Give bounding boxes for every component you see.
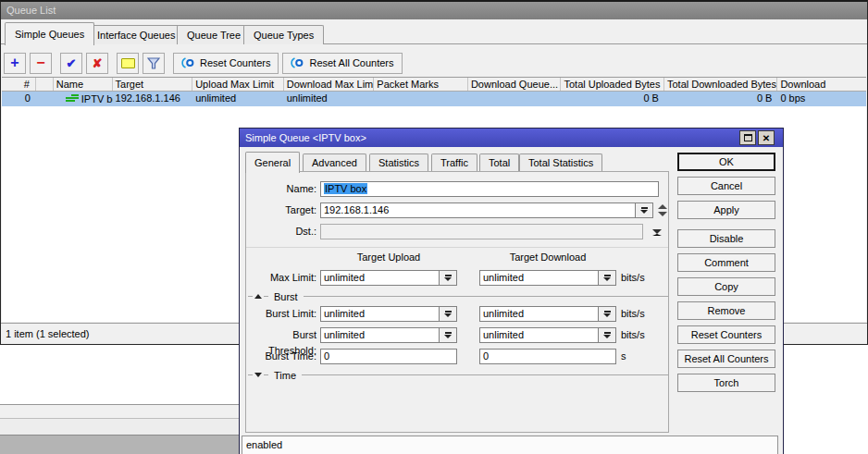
cell-upload-max: unlimited: [192, 92, 284, 106]
expand-arrow-icon: [254, 373, 262, 377]
comment-button[interactable]: [117, 53, 139, 74]
tab-queue-types[interactable]: Queue Types: [243, 25, 324, 44]
column-header-flags[interactable]: [36, 78, 54, 91]
burst-threshold-download-dropdown[interactable]: [598, 327, 616, 343]
section-line: [304, 296, 668, 297]
reset-icon: [181, 57, 195, 68]
dropdown-arrow-icon: [603, 277, 611, 281]
max-limit-download-field[interactable]: unlimited: [479, 270, 599, 286]
max-limit-unit: bits/s: [621, 270, 645, 286]
burst-threshold-unit: bits/s: [621, 327, 645, 343]
burst-limit-download-value: unlimited: [483, 308, 524, 319]
target-add-remove-button[interactable]: [656, 202, 669, 218]
tab-total[interactable]: Total: [479, 153, 519, 172]
max-limit-download-value: unlimited: [483, 272, 524, 283]
close-button[interactable]: ✕: [758, 130, 775, 145]
burst-limit-upload-dropdown[interactable]: [439, 306, 457, 322]
dst-dropdown-arrow[interactable]: [652, 229, 662, 236]
dialog-status-bar: enabled: [242, 436, 778, 454]
remove-button[interactable]: Remove: [677, 301, 775, 320]
column-header-total-uploaded[interactable]: Total Uploaded Bytes: [561, 78, 664, 91]
column-header-upload-max[interactable]: Upload Max Limit: [192, 78, 284, 91]
dropdown-icon: [604, 311, 611, 313]
burst-threshold-row: Burst Threshold: unlimited unlimited bit…: [240, 327, 669, 343]
burst-limit-download-field[interactable]: unlimited: [479, 306, 599, 322]
dropdown-icon: [445, 332, 452, 334]
ok-button[interactable]: OK: [677, 153, 775, 171]
remove-button[interactable]: −: [30, 53, 52, 74]
dropdown-icon: [604, 332, 611, 334]
burst-threshold-upload-value: unlimited: [324, 329, 365, 340]
dropdown-arrow-icon: [603, 335, 611, 338]
tab-queue-tree[interactable]: Queue Tree: [177, 25, 251, 44]
burst-time-upload-field[interactable]: 0: [320, 349, 457, 364]
enable-button[interactable]: ✔: [60, 53, 82, 74]
tab-statistics[interactable]: Statistics: [369, 153, 428, 172]
cross-icon: ✘: [93, 56, 103, 70]
max-limit-upload-dropdown[interactable]: [439, 270, 457, 286]
burst-limit-download-dropdown[interactable]: [598, 306, 616, 322]
burst-section-toggle[interactable]: Burst: [246, 291, 668, 301]
burst-threshold-upload-dropdown[interactable]: [439, 327, 457, 343]
column-header-total-downloaded[interactable]: Total Downloaded Bytes: [664, 78, 777, 91]
burst-threshold-upload-field[interactable]: unlimited: [320, 327, 440, 343]
disable-button[interactable]: ✘: [86, 53, 108, 74]
dropdown-icon: [641, 207, 648, 209]
column-header-id[interactable]: #: [2, 78, 36, 91]
reset-counters-button[interactable]: Reset Counters: [677, 325, 775, 344]
time-section-toggle[interactable]: Time: [246, 370, 668, 380]
target-download-column-header: Target Download: [479, 252, 616, 263]
tab-interface-queues[interactable]: Interface Queues: [87, 25, 185, 44]
tab-general[interactable]: General: [245, 152, 300, 173]
name-value-selected: IPTV box: [324, 183, 367, 194]
dropdown-arrow-icon: [603, 313, 611, 317]
torch-button[interactable]: Torch: [677, 374, 775, 392]
filter-button[interactable]: [143, 53, 165, 74]
apply-button[interactable]: Apply: [677, 201, 775, 219]
maximize-icon: [744, 134, 752, 141]
burst-time-download-field[interactable]: 0: [479, 349, 616, 364]
dropdown-arrow-icon: [444, 313, 452, 317]
column-header-download-queue[interactable]: Download Queue...: [468, 78, 562, 91]
burst-threshold-download-field[interactable]: unlimited: [479, 327, 599, 343]
reset-all-counters-button[interactable]: Reset All Counters: [282, 53, 402, 74]
tab-advanced[interactable]: Advanced: [303, 153, 366, 172]
column-header-download-max[interactable]: Download Max Limit: [284, 78, 375, 91]
background-band: [0, 404, 239, 419]
target-row: Target: 192.168.1.146: [240, 202, 669, 218]
reset-all-icon: [291, 57, 304, 68]
burst-time-download-value: 0: [483, 350, 489, 362]
burst-limit-upload-field[interactable]: unlimited: [320, 306, 440, 322]
column-header-download[interactable]: Download: [777, 78, 866, 91]
tab-total-statistics[interactable]: Total Statistics: [519, 153, 602, 172]
max-limit-download-dropdown[interactable]: [598, 270, 616, 286]
tab-traffic[interactable]: Traffic: [431, 153, 477, 172]
reset-counters-button[interactable]: Reset Counters: [173, 53, 279, 74]
minus-icon: −: [36, 56, 44, 69]
burst-time-upload-value: 0: [324, 350, 329, 362]
cell-total-uploaded: 0 B: [561, 92, 664, 106]
comment-button[interactable]: Comment: [677, 253, 775, 272]
column-header-target[interactable]: Target: [113, 78, 193, 91]
max-limit-upload-field[interactable]: unlimited: [320, 270, 440, 286]
dialog-title: Simple Queue <IPTV box>: [240, 129, 783, 147]
column-header-packet-marks[interactable]: Packet Marks: [374, 78, 468, 91]
cell-download: 0 bps: [777, 92, 866, 106]
disable-button[interactable]: Disable: [677, 229, 775, 248]
background-band: [0, 419, 239, 436]
add-button[interactable]: +: [4, 53, 26, 74]
table-row[interactable]: 0 IPTV box 192.168.1.146 unlimited unlim…: [2, 92, 866, 106]
target-dropdown-button[interactable]: [635, 202, 653, 218]
cancel-button[interactable]: Cancel: [677, 177, 775, 195]
target-field[interactable]: 192.168.1.146: [320, 202, 636, 218]
name-field[interactable]: IPTV box: [320, 181, 659, 197]
tab-simple-queues[interactable]: Simple Queues: [5, 22, 94, 45]
window-title: Queue List: [1, 2, 867, 19]
time-section-label: Time: [274, 370, 296, 381]
maximize-button[interactable]: [739, 130, 756, 145]
table-header-row: # Name Target Upload Max Limit Download …: [2, 77, 866, 92]
check-icon: ✔: [67, 56, 77, 70]
reset-all-counters-button[interactable]: Reset All Counters: [677, 350, 775, 368]
column-header-name[interactable]: Name: [54, 78, 113, 91]
copy-button[interactable]: Copy: [677, 277, 775, 296]
